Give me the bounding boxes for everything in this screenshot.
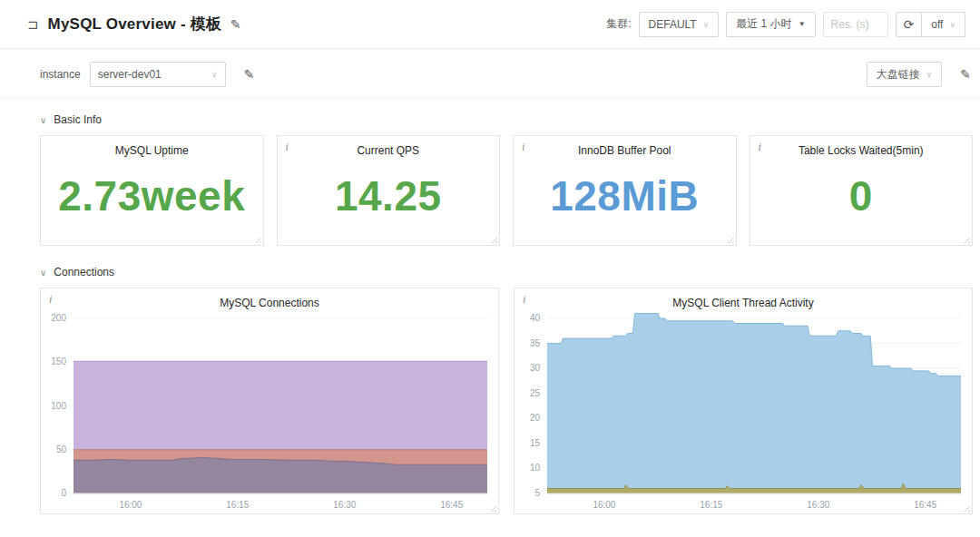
svg-text:0: 0 — [61, 488, 66, 498]
instance-select[interactable]: server-dev01 ∨ — [90, 62, 226, 87]
stat-title[interactable]: MySQL Uptime — [41, 136, 263, 157]
svg-text:30: 30 — [530, 363, 541, 373]
edit-title-icon[interactable]: ✎ — [230, 17, 241, 32]
svg-text:16:45: 16:45 — [914, 500, 936, 510]
svg-text:10: 10 — [530, 463, 541, 473]
chart-panel-mysql-client-thread-activity: i MySQL Client Thread Activity 510152025… — [514, 288, 973, 514]
refresh-icon[interactable]: ⟳ — [896, 12, 923, 37]
svg-text:16:00: 16:00 — [593, 500, 615, 510]
svg-text:16:30: 16:30 — [807, 500, 829, 510]
info-icon[interactable]: i — [759, 141, 761, 154]
svg-text:100: 100 — [51, 401, 66, 411]
svg-text:16:15: 16:15 — [226, 500, 249, 510]
svg-text:16:00: 16:00 — [119, 500, 142, 510]
edit-links-icon[interactable]: ✎ — [960, 67, 971, 82]
stat-panel-current-qps: i Current QPS 14.25 — [277, 135, 501, 246]
chart-title[interactable]: MySQL Connections — [41, 288, 498, 309]
stat-panel-innodb-buffer-pool: i InnoDB Buffer Pool 128MiB — [513, 135, 737, 246]
stat-value: 14.25 — [278, 157, 500, 245]
dashboard-links-select[interactable]: 大盘链接 ∨ — [867, 62, 943, 87]
stat-value: 2.73week — [41, 157, 263, 245]
stat-value: 0 — [750, 157, 973, 245]
top-bar-controls: 集群: DEFAULT ∨ 最近 1 小时 ▼ ⟳ off ∨ — [606, 12, 965, 37]
chevron-down-icon: ∨ — [211, 70, 218, 79]
edit-instance-icon[interactable]: ✎ — [244, 67, 255, 82]
svg-text:150: 150 — [51, 356, 66, 366]
info-icon[interactable]: i — [286, 141, 289, 154]
chart-body: 51015202530354016:0016:1516:3016:45 — [514, 309, 972, 513]
stat-title[interactable]: Current QPS — [278, 136, 500, 157]
time-range-select[interactable]: 最近 1 小时 ▼ — [726, 12, 815, 37]
panel-toggle-icon[interactable]: ⊐ — [27, 16, 39, 33]
resolution-input[interactable] — [823, 12, 888, 37]
svg-text:16:15: 16:15 — [700, 500, 722, 510]
cluster-select[interactable]: DEFAULT ∨ — [639, 12, 720, 37]
mysql-connections-chart[interactable]: 05010015020016:0016:1516:3016:45 — [41, 309, 498, 513]
svg-text:50: 50 — [56, 444, 67, 454]
svg-text:40: 40 — [530, 313, 541, 323]
chevron-down-icon: ∨ — [703, 20, 710, 29]
svg-text:200: 200 — [51, 313, 66, 323]
stat-title[interactable]: InnoDB Buffer Pool — [514, 136, 736, 157]
section-connections-title: Connections — [54, 266, 114, 278]
svg-text:20: 20 — [530, 413, 541, 423]
svg-text:16:45: 16:45 — [440, 500, 463, 510]
mysql-client-thread-activity-chart[interactable]: 51015202530354016:0016:1516:3016:45 — [514, 309, 972, 513]
chevron-down-icon: ∨ — [40, 268, 46, 278]
filter-bar: instance server-dev01 ∨ ✎ 大盘链接 ∨ ✎ — [0, 49, 980, 99]
chevron-down-icon: ∨ — [926, 70, 933, 79]
stat-panel-mysql-uptime: MySQL Uptime 2.73week — [40, 135, 264, 246]
svg-text:5: 5 — [534, 488, 540, 498]
dashboard-links-label: 大盘链接 — [877, 67, 920, 83]
refresh-interval-select[interactable]: off ∨ — [922, 12, 965, 37]
top-bar: ⊐ MySQL Overview - 模板 ✎ 集群: DEFAULT ∨ 最近… — [0, 0, 980, 49]
stat-panel-table-locks-waited: i Table Locks Waited(5min) 0 — [750, 135, 974, 246]
svg-text:15: 15 — [530, 438, 541, 448]
time-range-value: 最近 1 小时 — [736, 16, 791, 32]
chevron-down-icon: ∨ — [40, 115, 46, 125]
instance-value: server-dev01 — [98, 68, 162, 81]
svg-text:35: 35 — [530, 338, 541, 348]
svg-text:25: 25 — [530, 388, 541, 398]
cluster-value: DEFAULT — [649, 18, 697, 31]
chart-row: i MySQL Connections 05010015020016:0016:… — [40, 288, 973, 514]
chart-body: 05010015020016:0016:1516:3016:45 — [41, 309, 498, 513]
page-title: MySQL Overview - 模板 — [48, 14, 222, 34]
svg-text:16:30: 16:30 — [333, 500, 356, 510]
dashboard-body: ∨ Basic Info MySQL Uptime 2.73week i Cur… — [0, 113, 980, 514]
refresh-group: ⟳ off ∨ — [896, 12, 965, 37]
chart-title[interactable]: MySQL Client Thread Activity — [514, 288, 972, 309]
chart-panel-mysql-connections: i MySQL Connections 05010015020016:0016:… — [40, 288, 499, 514]
info-icon[interactable]: i — [522, 141, 524, 154]
stat-row: MySQL Uptime 2.73week i Current QPS 14.2… — [40, 135, 973, 246]
stat-value: 128MiB — [514, 157, 736, 245]
section-connections-toggle[interactable]: ∨ Connections — [40, 266, 973, 278]
section-basic-info-toggle[interactable]: ∨ Basic Info — [40, 113, 973, 126]
refresh-interval-value: off — [931, 18, 943, 31]
section-basic-info-title: Basic Info — [54, 113, 102, 126]
info-icon[interactable]: i — [523, 293, 525, 307]
instance-label: instance — [40, 68, 81, 81]
filter-bar-right: 大盘链接 ∨ ✎ — [867, 62, 971, 87]
stat-title[interactable]: Table Locks Waited(5min) — [750, 136, 973, 157]
cluster-label: 集群: — [606, 16, 631, 32]
caret-down-icon: ▼ — [799, 20, 806, 28]
info-icon[interactable]: i — [49, 293, 52, 307]
chevron-down-icon: ∨ — [949, 20, 956, 29]
